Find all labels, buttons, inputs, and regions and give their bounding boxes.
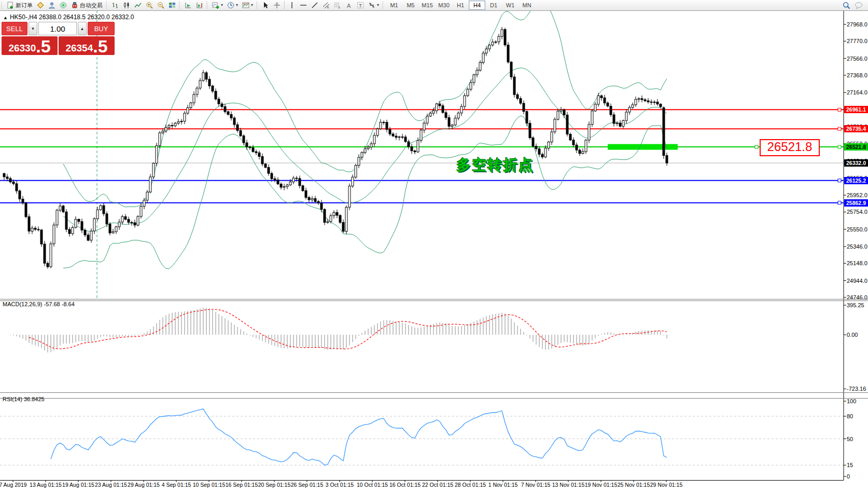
date-tick-label: 28 Oct 01:15 — [455, 482, 486, 488]
community-icon — [48, 2, 55, 9]
date-tick-label: 7 Nov 01:15 — [521, 482, 551, 488]
arrows-tool-button[interactable]: ▾ — [366, 0, 381, 10]
svg-text:A: A — [347, 3, 351, 9]
toolbar-grip[interactable] — [206, 2, 209, 9]
search-button[interactable] — [841, 0, 852, 10]
date-tick-label: 16 Oct 01:15 — [389, 482, 421, 488]
toolbar-separator — [284, 1, 285, 9]
timeframe-button-H4[interactable]: H4 — [469, 1, 485, 10]
zoom-in-button[interactable] — [144, 0, 155, 10]
dropdown-caret-icon: ▾ — [377, 3, 379, 7]
chat-bubble-icon — [855, 2, 863, 9]
price-level-tag: 26521.8 — [844, 143, 868, 151]
date-tick-label: 3 Oct 01:15 — [326, 482, 354, 488]
volume-input[interactable]: 1.00 — [38, 22, 77, 35]
price-level-tag: 26125.2 — [844, 177, 868, 184]
trendline-tool-button[interactable] — [309, 0, 320, 10]
zoom-in-icon — [146, 2, 153, 9]
equidistant-channel-tool-button[interactable]: E — [320, 0, 332, 10]
chart-canvas[interactable] — [0, 0, 868, 492]
sell-button[interactable]: SELL — [2, 22, 27, 35]
timeframe-button-MN[interactable]: MN — [519, 1, 535, 10]
autotrade-button[interactable]: 自动交易 — [69, 0, 105, 10]
periods-clock-icon — [227, 2, 234, 9]
macd-tick-label: 395.25 — [847, 302, 868, 308]
volume-decrease-button[interactable]: ▼ — [29, 22, 37, 35]
rsi-tick-label: 50 — [847, 436, 868, 442]
highlight-zone — [608, 144, 678, 150]
cursor-icon — [262, 2, 269, 9]
timeframe-button-H1[interactable]: H1 — [452, 1, 469, 10]
new-order-button[interactable]: 新订单 — [5, 0, 35, 10]
volume-increase-button[interactable]: ▲ — [78, 22, 87, 35]
label-icon: T — [357, 2, 364, 9]
toolbar-grip[interactable] — [179, 2, 181, 9]
buy-price-main: 26354 — [65, 43, 93, 53]
buy-button[interactable]: BUY — [88, 22, 115, 35]
templates-button[interactable]: ▾ — [240, 0, 255, 10]
text-tool-button[interactable]: A — [343, 0, 355, 10]
timeframe-button-M30[interactable]: M30 — [436, 1, 452, 10]
date-tick-label: 1 Nov 01:15 — [488, 482, 518, 488]
buy-price-display[interactable]: 26354.5 — [59, 36, 115, 55]
mt4-window: 新订单 自动交易 — [0, 0, 868, 492]
chat-button[interactable] — [852, 0, 865, 10]
price-tick-label: 25346.0 — [847, 243, 868, 250]
date-tick-label: 25 Nov 01:15 — [618, 482, 650, 488]
crosshair-tool-button[interactable] — [271, 0, 283, 10]
label-tool-button[interactable]: T — [355, 0, 366, 10]
macd-pane-label: MACD(12,26,9) -57.68 -8.64 — [3, 301, 75, 307]
cursor-tool-button[interactable] — [260, 0, 271, 10]
community-button[interactable] — [46, 0, 58, 10]
bar-chart-button[interactable] — [109, 0, 121, 10]
line-chart-icon — [134, 2, 142, 9]
fibonacci-tool-button[interactable]: F — [332, 0, 343, 10]
zoom-out-button[interactable] — [155, 0, 166, 10]
timeframe-button-M15[interactable]: M15 — [419, 1, 436, 10]
chart-annotation-text[interactable]: 多空转折点 — [456, 155, 534, 175]
candlestick-chart-icon — [123, 2, 130, 9]
macd-tick-label: 0.00 — [847, 332, 868, 338]
dropdown-caret-icon: ▾ — [221, 3, 223, 7]
price-tick-label: 24746.0 — [847, 294, 868, 300]
timeframe-button-M1[interactable]: M1 — [386, 1, 402, 10]
price-tick-label: 27968.0 — [847, 21, 868, 28]
date-tick-label: 29 Aug 01:15 — [128, 482, 160, 488]
auto-scroll-button[interactable] — [183, 0, 194, 10]
one-click-toggle-icon[interactable]: ▲ — [3, 15, 8, 20]
candlestick-chart-button[interactable] — [121, 0, 132, 10]
toolbar-grip[interactable] — [256, 2, 259, 9]
toolbar-grip[interactable] — [1, 2, 4, 9]
date-tick-label: 22 Oct 01:15 — [422, 482, 453, 488]
sell-price-display[interactable]: 26330.5 — [2, 36, 58, 55]
indicators-button[interactable]: ▾ — [210, 0, 225, 10]
tile-windows-button[interactable] — [166, 0, 178, 10]
candles — [3, 27, 668, 269]
horizontal-line-tool-button[interactable] — [298, 0, 309, 10]
search-icon — [843, 2, 850, 9]
bb-lower — [63, 116, 667, 269]
timeframe-button-D1[interactable]: D1 — [485, 1, 502, 10]
price-callout-box[interactable]: 26521.8 — [760, 139, 820, 156]
dropdown-caret-icon: ▾ — [251, 3, 253, 7]
trade-panel-prices: 26330.5 26354.5 — [2, 36, 115, 55]
price-tick-label: 27164.0 — [847, 89, 868, 95]
vertical-line-tool-button[interactable] — [286, 0, 298, 10]
periods-button[interactable]: ▾ — [225, 0, 240, 10]
svg-text:F: F — [339, 6, 340, 9]
date-tick-label: 10 Sep 01:15 — [193, 482, 225, 488]
toolbar-grip[interactable] — [106, 2, 108, 9]
vertical-line-icon — [288, 2, 296, 9]
toolbar-grip[interactable] — [382, 2, 385, 9]
price-level-tag: 25862.9 — [844, 199, 868, 207]
signals-button[interactable] — [58, 0, 69, 10]
indicators-icon — [212, 2, 219, 9]
timeframe-button-W1[interactable]: W1 — [502, 1, 519, 10]
line-chart-button[interactable] — [132, 0, 144, 10]
chart-shift-button[interactable] — [194, 0, 205, 10]
date-tick-label: 16 Sep 01:15 — [226, 482, 258, 488]
macd-signal-line — [29, 309, 667, 349]
rsi-line — [51, 409, 667, 466]
timeframe-button-M5[interactable]: M5 — [402, 1, 419, 10]
metaeditor-button[interactable] — [35, 0, 46, 10]
